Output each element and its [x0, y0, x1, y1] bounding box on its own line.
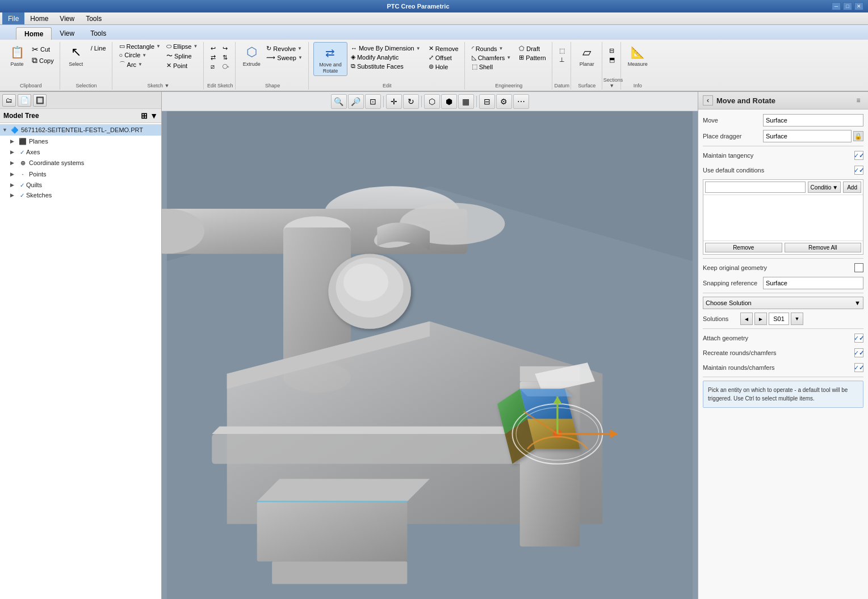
btn-substitute-faces[interactable]: ⧉ Substitute Faces [349, 62, 423, 70]
tree-item-quilts[interactable]: ▶ ✓ Quilts [0, 180, 161, 190]
root-expand-icon[interactable]: ▼ [2, 127, 10, 133]
btn-cut[interactable]: ✂ Cut [30, 44, 56, 54]
maximize-btn[interactable]: □ [843, 2, 852, 10]
vp-rotate-btn[interactable]: ↻ [403, 94, 419, 109]
tree-item-sketches[interactable]: ▶ ✓ Sketches [0, 190, 161, 200]
tree-item-axes[interactable]: ▶ ✓ Axes [0, 147, 161, 157]
nav-prev-btn[interactable]: ◄ [740, 313, 753, 325]
btn-datum-2[interactable]: ⊥ [557, 56, 567, 64]
menu-home[interactable]: Home [24, 12, 54, 24]
btn-move-by-dim[interactable]: ↔ Move By Dimension ▼ [349, 44, 423, 52]
btn-offset[interactable]: ⤢ Offset [426, 53, 461, 62]
btn-move-and-rotate[interactable]: ⇄ Move and Rotate [313, 42, 347, 76]
vp-pan-btn[interactable]: ✛ [386, 94, 402, 109]
vp-wireframe-btn[interactable]: ⬡ [424, 94, 440, 109]
btn-sweep[interactable]: ⟿ Sweep ▼ [264, 53, 305, 62]
btn-edit-sketch-1[interactable]: ↩ [208, 44, 220, 53]
tree-item-points[interactable]: ▶ · Points [0, 168, 161, 180]
btn-edit-sketch-6[interactable]: ⧃ [220, 62, 232, 71]
nav-dropdown[interactable]: ▼ [791, 313, 803, 325]
maintain-tangency-checkbox[interactable]: ✓ [854, 151, 863, 160]
add-condition-btn[interactable]: Add [843, 182, 861, 193]
tree-item-coord-sys[interactable]: ▶ ⊕ Coordinate systems [0, 157, 161, 168]
btn-ellipse[interactable]: ⬭ Ellipse ▼ [164, 42, 200, 50]
remove-all-btn[interactable]: Remove All [785, 243, 862, 252]
btn-chamfers[interactable]: ◺ Chamfers ▼ [469, 53, 514, 62]
minimize-btn[interactable]: ─ [832, 2, 841, 10]
tab-tools[interactable]: Tools [82, 27, 114, 40]
model-3d-area[interactable] [162, 111, 698, 599]
vp-display-btn[interactable]: ▦ [458, 94, 474, 109]
recreate-rounds-checkbox[interactable]: ✓ [854, 348, 863, 357]
model-tree-settings-icon[interactable]: ⊞ [141, 111, 148, 120]
menu-view[interactable]: View [54, 12, 80, 24]
btn-datum-1[interactable]: ⬚ [557, 47, 567, 55]
vp-zoom-fit-btn[interactable]: ⊡ [365, 94, 381, 109]
keep-original-checkbox[interactable] [854, 263, 863, 272]
btn-revolve[interactable]: ↻ Revolve ▼ [264, 44, 305, 53]
vp-shaded-btn[interactable]: ⬢ [441, 94, 457, 109]
conditions-dropdown[interactable]: Conditio ▼ [808, 182, 841, 193]
viewport[interactable]: 🔍 🔎 ⊡ ✛ ↻ ⬡ ⬢ ▦ ⊟ ⚙ ⋯ [162, 92, 698, 599]
btn-rectangle[interactable]: ▭ Rectangle ▼ [117, 42, 163, 50]
btn-measure[interactable]: 📐 Measure [626, 42, 650, 69]
sketches-expand-icon[interactable]: ▶ [10, 192, 18, 198]
tab-home[interactable]: Home [16, 27, 52, 40]
btn-edit-sketch-2[interactable]: ↪ [220, 44, 232, 53]
btn-modify-analytic[interactable]: ◈ Modify Analytic [349, 53, 423, 61]
btn-hole[interactable]: ⊚ Hole [426, 62, 461, 71]
btn-planar[interactable]: ▱ Planar [576, 42, 598, 69]
points-expand-icon[interactable]: ▶ [10, 171, 18, 177]
btn-draft[interactable]: ⬠ Draft [517, 44, 548, 53]
btn-circle[interactable]: ○ Circle ▼ [117, 51, 163, 59]
conditions-input[interactable] [705, 182, 806, 193]
btn-edit-sketch-5[interactable]: ⧄ [208, 62, 220, 71]
btn-edit-sketch-3[interactable]: ⇄ [208, 53, 220, 62]
tree-view-btn-3[interactable]: 🔲 [33, 94, 47, 107]
menu-file[interactable]: File [2, 12, 24, 24]
tree-item-root[interactable]: ▼ 🔷 5671162-SEITENTEIL-FESTL-_DEMO.PRT [0, 124, 161, 136]
tab-view[interactable]: View [52, 27, 82, 40]
btn-spline[interactable]: 〜 Spline [164, 51, 200, 61]
coord-expand-icon[interactable]: ▶ [10, 160, 18, 166]
btn-select[interactable]: ↖ Select [65, 42, 87, 69]
btn-remove[interactable]: ✕ Remove [426, 44, 461, 53]
btn-shell[interactable]: ⬚ Shell [469, 62, 514, 71]
tree-item-planes[interactable]: ▶ ⬛ Planes [0, 136, 161, 147]
vp-settings-btn[interactable]: ⚙ [496, 94, 512, 109]
tab-file[interactable] [0, 27, 16, 40]
menu-tools[interactable]: Tools [80, 12, 107, 24]
btn-edit-sketch-4[interactable]: ⇅ [220, 53, 232, 62]
btn-sections-2[interactable]: ⬒ [607, 56, 617, 64]
tree-view-btn-1[interactable]: 🗂 [2, 94, 16, 107]
btn-sections-1[interactable]: ⊟ [607, 47, 617, 55]
btn-paste[interactable]: 📋 Paste [6, 42, 28, 69]
vp-section-btn[interactable]: ⊟ [479, 94, 495, 109]
solutions-dropdown[interactable]: Choose Solution ▼ [703, 297, 863, 309]
quilts-expand-icon[interactable]: ▶ [10, 182, 18, 188]
planes-expand-icon[interactable]: ▶ [10, 138, 18, 144]
btn-copy[interactable]: ⧉ Copy [30, 55, 56, 66]
btn-point[interactable]: ✕ Point [164, 61, 200, 70]
tree-view-btn-2[interactable]: 📄 [18, 94, 31, 107]
vp-more-btn[interactable]: ⋯ [513, 94, 529, 109]
attach-geometry-checkbox[interactable]: ✓ [854, 334, 863, 343]
maintain-rounds-checkbox[interactable]: ✓ [854, 363, 863, 372]
use-default-conditions-checkbox[interactable]: ✓ [854, 166, 863, 175]
vp-zoom-out-btn[interactable]: 🔎 [348, 94, 364, 109]
btn-extrude[interactable]: ⬡ Extrude [240, 42, 263, 69]
close-btn[interactable]: ✕ [854, 2, 863, 10]
vp-zoom-in-btn[interactable]: 🔍 [331, 94, 347, 109]
lock-icon[interactable]: 🔒 [853, 131, 863, 141]
remove-btn[interactable]: Remove [705, 243, 782, 252]
btn-arc[interactable]: ⌒ Arc ▼ [117, 60, 163, 69]
model-tree-options-icon[interactable]: ▼ [150, 111, 158, 120]
btn-line[interactable]: / Line [89, 44, 108, 52]
snapping-input[interactable] [763, 277, 863, 289]
move-input[interactable] [763, 114, 863, 126]
place-dragger-input[interactable] [763, 130, 852, 142]
axes-expand-icon[interactable]: ▶ [10, 149, 18, 155]
btn-pattern[interactable]: ⊞ Pattern [517, 53, 548, 62]
panel-options-btn[interactable]: ≡ [853, 95, 863, 106]
btn-rounds[interactable]: ◜ Rounds ▼ [469, 44, 514, 53]
